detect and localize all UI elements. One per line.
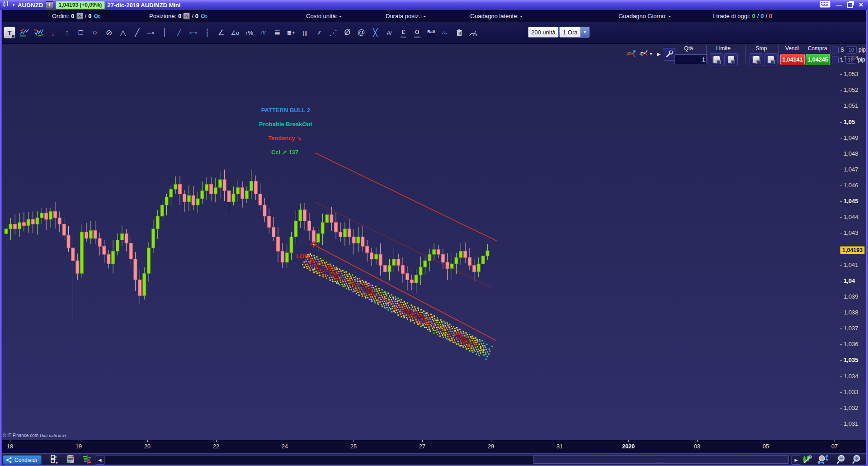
- limit-pips-checkbox[interactable]: [832, 57, 839, 63]
- chart-style-dropdown-arrow-icon[interactable]: ▼: [649, 52, 653, 56]
- crossed-lines-tool[interactable]: ╳: [369, 24, 382, 41]
- text-tool[interactable]: T: [4, 27, 15, 38]
- candlestick-chart[interactable]: [0, 43, 839, 440]
- tendency-annotation[interactable]: Tendency ↘: [268, 135, 302, 142]
- compra-header: Compra: [808, 45, 827, 52]
- keyboard-icon[interactable]: [820, 1, 830, 10]
- andrews-pitchfork-tool[interactable]: A∕: [383, 24, 396, 41]
- zoom-in-icon[interactable]: [851, 455, 863, 464]
- segment-tool[interactable]: ╱: [173, 24, 185, 41]
- units-dropdown[interactable]: 200 unità ▼: [528, 27, 559, 38]
- vertical-line-tool[interactable]: │: [159, 24, 171, 41]
- zoom-out-icon[interactable]: [835, 455, 847, 464]
- compra-button[interactable]: 1,04245: [806, 54, 830, 65]
- price-axis[interactable]: 1,0541,0531,0521,0511,051,0491,0481,0471…: [839, 43, 866, 440]
- close-position-icon[interactable]: ✕: [183, 13, 190, 19]
- fibonacci-projection-tool[interactable]: ≣+: [285, 24, 297, 41]
- time-axis[interactable]: 1819202224252729312020030507: [0, 440, 868, 454]
- arrow-down-tool[interactable]: ↓: [47, 24, 59, 41]
- price-axis-label: 1,05: [844, 119, 855, 125]
- durata-label: Durata posiz.:: [386, 13, 422, 19]
- stop-sell-button[interactable]: ↑↓: [750, 53, 763, 66]
- rectangle-tool[interactable]: □: [75, 24, 87, 41]
- guadagno-giorno-label: Guadagno Giorno:: [618, 13, 667, 19]
- crossed-ellipse-tool[interactable]: ⊘: [103, 24, 115, 41]
- raff-channel-tool[interactable]: Raff: [425, 24, 438, 41]
- expand-panel-arrow-icon[interactable]: ▶: [656, 50, 662, 58]
- breakout-annotation[interactable]: Probable BreakOut: [259, 121, 312, 128]
- zigzag-tool[interactable]: ∕∖∕: [257, 24, 269, 41]
- std-error-channel-tool[interactable]: ε: [397, 24, 410, 41]
- angle-alpha-tool[interactable]: ∠α: [229, 24, 241, 41]
- stop-pips-value[interactable]: 10: [846, 46, 857, 54]
- ellipse-tool[interactable]: ○: [89, 24, 101, 41]
- gauge-tool[interactable]: [467, 24, 480, 41]
- horizontal-segment-tool[interactable]: ×─×: [187, 24, 199, 41]
- stop-buy-button[interactable]: ↑↓: [764, 53, 778, 66]
- restore-button[interactable]: [847, 2, 853, 8]
- limite-buy-button[interactable]: ↓↑: [724, 53, 738, 66]
- close-button[interactable]: ✕: [859, 1, 863, 9]
- pattern-bear-tool[interactable]: [33, 24, 45, 41]
- pattern-bull-tool[interactable]: [19, 24, 31, 41]
- share-button[interactable]: Condividi: [3, 455, 42, 465]
- zoom-fit-icon[interactable]: [816, 455, 832, 464]
- position-settings-icon[interactable]: ⚙⚙: [200, 13, 208, 19]
- timeframe-dropdown[interactable]: 1 Ora ▼: [560, 27, 590, 38]
- orders-settings-icon[interactable]: ⚙⚙: [93, 13, 101, 19]
- scroll-right-button[interactable]: ▶: [791, 455, 801, 465]
- triangle-tool[interactable]: △: [117, 24, 129, 41]
- price-axis-label: 1,039: [844, 293, 859, 300]
- ordini-count: 0: [71, 13, 74, 19]
- fibonacci-retracement-tool[interactable]: ≣: [271, 24, 283, 41]
- limite-sell-button[interactable]: ↓↑: [710, 53, 723, 66]
- regression-trend-tool[interactable]: ∕↔: [439, 24, 452, 41]
- price-axis-label: 1,052: [844, 86, 859, 93]
- symbol-name[interactable]: AUDNZD: [18, 2, 43, 9]
- candlestick-logo-icon: [3, 1, 9, 9]
- vertical-divisions-tool[interactable]: |||: [299, 24, 311, 41]
- price-axis-label: 1,033: [844, 389, 859, 395]
- add-indicator-button[interactable]: [626, 48, 637, 60]
- ordini-group: Ordini: 0 ✕ / 0 ⚙⚙: [52, 10, 101, 22]
- cancel-orders-icon[interactable]: ✕: [76, 13, 83, 19]
- fan-lines-tool[interactable]: ⋰: [327, 24, 340, 41]
- symbol-dropdown-icon[interactable]: ▼: [12, 3, 15, 7]
- order-settings-wrench-icon[interactable]: [663, 48, 675, 61]
- trendline-tool[interactable]: ╱: [131, 24, 143, 41]
- angle-tool[interactable]: ∠: [215, 24, 227, 41]
- parallel-lines-tool[interactable]: ∕∕∕: [313, 24, 326, 41]
- chart-scrollbar-track[interactable]: [105, 455, 790, 464]
- trades-win-count: 0: [752, 13, 755, 19]
- guadagno-giorno-value: -: [669, 13, 670, 19]
- report-document-icon[interactable]: [65, 455, 77, 464]
- limite-sell-order-icon: ↓↑: [713, 56, 720, 63]
- window-border-right: [866, 0, 868, 466]
- price-axis-label: 1,04: [844, 277, 855, 284]
- arrow-up-tool[interactable]: ↑: [61, 24, 73, 41]
- minimize-button[interactable]: —: [836, 1, 842, 9]
- info-button[interactable]: i: [46, 1, 53, 9]
- pattern-annotation[interactable]: PATTERN BULL 2: [261, 107, 310, 114]
- candle-settings-icon[interactable]: [801, 455, 813, 464]
- percent-variation-tool[interactable]: ↑%: [243, 24, 255, 41]
- chart-scrollbar-thumb[interactable]: [533, 456, 789, 464]
- limit-pips-value[interactable]: 10: [845, 56, 856, 64]
- chart-style-button[interactable]: ▼: [638, 48, 654, 60]
- extended-line-tool[interactable]: ─×: [145, 24, 157, 41]
- time-axis-tick: [354, 440, 354, 442]
- scroll-left-button[interactable]: ◀: [95, 455, 105, 465]
- stop-pips-checkbox[interactable]: [832, 47, 839, 53]
- std-dev-channel-tool[interactable]: σ: [411, 24, 424, 41]
- vendi-button[interactable]: 1,04141: [780, 54, 805, 65]
- delete-drawings-tool[interactable]: [453, 24, 466, 41]
- fibonacci-circles-tool[interactable]: Ø: [341, 24, 354, 41]
- order-book-icon[interactable]: [81, 455, 93, 464]
- cci-annotation[interactable]: Cci ↗ 137: [271, 149, 298, 156]
- qty-input[interactable]: [675, 54, 708, 64]
- linked-charts-icon[interactable]: [48, 455, 60, 464]
- timeframe-dropdown-arrow-icon[interactable]: ▼: [580, 27, 589, 37]
- spiral-tool[interactable]: @: [355, 24, 368, 41]
- vertical-segment-tool[interactable]: ┆: [201, 24, 213, 41]
- trendline: [315, 153, 496, 241]
